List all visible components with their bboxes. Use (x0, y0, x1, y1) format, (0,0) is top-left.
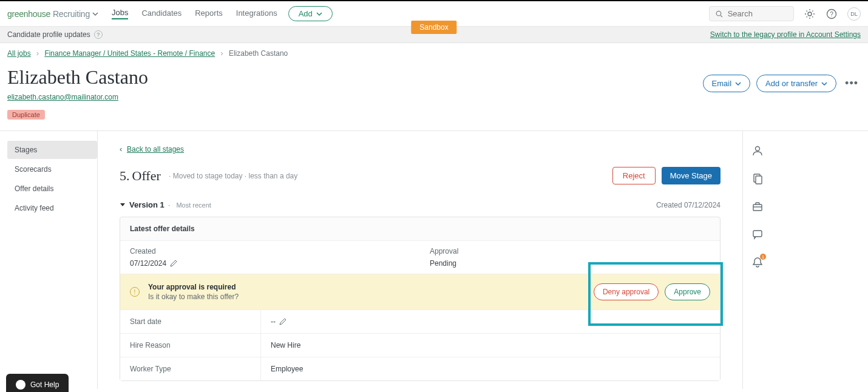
email-button[interactable]: Email (703, 75, 751, 92)
hire-reason-label: Hire Reason (120, 334, 261, 357)
add-transfer-button[interactable]: Add or transfer (756, 75, 836, 92)
warning-icon: ! (130, 287, 140, 297)
start-date-value: -- (271, 317, 276, 326)
created-label: Created (130, 247, 410, 255)
nav-candidates[interactable]: Candidates (141, 8, 181, 19)
chevron-down-icon (316, 11, 322, 17)
documents-icon[interactable] (751, 172, 764, 184)
back-to-stages-link[interactable]: Back to all stages (127, 145, 184, 154)
svg-point-1 (808, 12, 812, 16)
version-created: Created 07/12/2024 (656, 201, 721, 209)
candidate-email[interactable]: elizabeth.castano@mailinator.com (7, 93, 118, 101)
banner-subtitle: Is it okay to make this offer? (148, 292, 239, 301)
worker-type-value: Employee (271, 365, 303, 373)
nav-jobs[interactable]: Jobs (112, 8, 128, 19)
candidate-name: Elizabeth Castano (7, 66, 148, 89)
sidebar-item-offer-details[interactable]: Offer details (7, 180, 97, 198)
help-widget[interactable]: Got Help (6, 374, 69, 392)
search-box[interactable] (709, 6, 794, 21)
gear-icon (804, 8, 815, 19)
stage-number: 5. (120, 168, 130, 184)
banner-title: Your approval is required (148, 283, 239, 291)
left-sidebar: Stages Scorecards Offer details Activity… (0, 131, 97, 389)
nav-reports[interactable]: Reports (195, 8, 223, 19)
settings-button[interactable] (804, 8, 816, 20)
user-avatar[interactable]: DL (847, 7, 861, 21)
breadcrumb-job[interactable]: Finance Manager / United States - Remote… (44, 49, 215, 58)
approval-value: Pending (430, 259, 456, 268)
right-rail: 1 (743, 131, 772, 389)
edit-icon[interactable] (170, 260, 177, 267)
reject-button[interactable]: Reject (612, 167, 656, 184)
svg-rect-7 (753, 204, 762, 211)
version-label: Version 1 (129, 200, 164, 209)
svg-text:?: ? (830, 10, 833, 17)
svg-rect-6 (756, 176, 762, 184)
breadcrumb: All jobs › Finance Manager / United Stat… (0, 43, 868, 63)
duplicate-badge: Duplicate (7, 110, 45, 120)
chevron-down-icon (735, 81, 741, 87)
svg-rect-8 (753, 231, 762, 237)
caret-down-icon (120, 202, 126, 208)
search-icon (716, 10, 723, 18)
help-button[interactable]: ? (826, 8, 838, 20)
most-recent-label: Most recent (176, 201, 211, 209)
version-toggle[interactable]: Version 1 (120, 200, 164, 209)
start-date-label: Start date (120, 310, 261, 333)
sidebar-item-stages[interactable]: Stages (7, 141, 97, 159)
legacy-profile-link[interactable]: Switch to the legacy profile in Account … (710, 30, 861, 39)
info-icon[interactable]: ? (94, 30, 103, 39)
svg-point-4 (756, 147, 760, 151)
more-actions-button[interactable]: ••• (843, 77, 861, 90)
approve-button[interactable]: Approve (665, 283, 710, 300)
add-button[interactable]: Add (288, 6, 333, 21)
chevron-down-icon (821, 81, 827, 87)
notifications-icon[interactable]: 1 (751, 256, 764, 268)
brand-logo[interactable]: greenhouse Recruiting (7, 9, 98, 19)
search-input[interactable] (728, 9, 787, 18)
sidebar-item-activity[interactable]: Activity feed (7, 199, 97, 217)
person-icon[interactable] (751, 144, 764, 157)
help-widget-icon (16, 380, 25, 390)
approval-label: Approval (430, 247, 710, 255)
offer-card-title: Latest offer details (120, 217, 720, 240)
nav-integrations[interactable]: Integrations (236, 8, 277, 19)
transfer-label: Add or transfer (765, 79, 818, 88)
brand-grey: Recruiting (53, 9, 90, 19)
notification-badge: 1 (760, 254, 766, 260)
update-label: Candidate profile updates (7, 30, 90, 39)
move-stage-button[interactable]: Move Stage (662, 167, 721, 184)
brand-green: greenhouse (7, 9, 50, 19)
approval-banner: ! Your approval is required Is it okay t… (120, 274, 720, 309)
chat-icon[interactable] (751, 228, 764, 240)
created-value: 07/12/2024 (130, 259, 166, 268)
help-widget-label: Got Help (30, 380, 59, 389)
sidebar-item-scorecards[interactable]: Scorecards (7, 160, 97, 178)
stage-meta: · Moved to stage today · less than a day (167, 172, 298, 180)
svg-point-0 (716, 11, 721, 16)
chevron-down-icon (92, 11, 98, 17)
breadcrumb-current: Elizabeth Castano (229, 49, 288, 58)
help-icon: ? (826, 8, 837, 19)
chevron-left-icon: ‹ (120, 144, 122, 154)
offer-card: Latest offer details Created 07/12/2024 … (120, 217, 721, 381)
deny-approval-button[interactable]: Deny approval (594, 283, 659, 300)
breadcrumb-sep: › (221, 49, 223, 58)
email-label: Email (712, 79, 732, 88)
breadcrumb-sep: › (36, 49, 39, 58)
worker-type-label: Worker Type (120, 357, 261, 380)
briefcase-icon[interactable] (751, 200, 764, 212)
stage-name: Offer (132, 168, 161, 184)
hire-reason-value: New Hire (271, 341, 300, 350)
add-label: Add (299, 9, 313, 18)
edit-icon[interactable] (279, 318, 287, 325)
sandbox-badge: Sandbox (411, 21, 456, 34)
breadcrumb-all-jobs[interactable]: All jobs (7, 49, 31, 58)
